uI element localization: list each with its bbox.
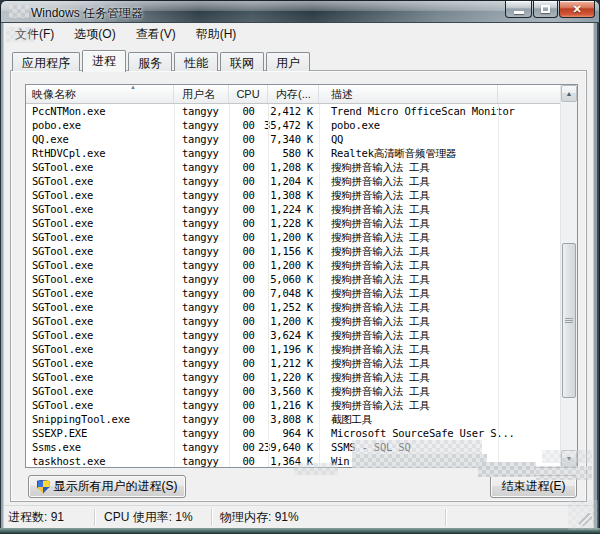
cell-desc: Realtek高清晰音频管理器: [319, 146, 560, 160]
table-row[interactable]: SGTool.exetangyy001,200 K搜狗拼音输入法 工具: [26, 258, 560, 272]
tab-users[interactable]: 用户: [266, 52, 310, 71]
cell-mem: 3,560 K: [268, 384, 319, 398]
scroll-up-button[interactable]: ▲: [561, 85, 577, 102]
censor-mosaic: [6, 27, 34, 42]
cell-user: tangyy: [174, 216, 229, 230]
table-row[interactable]: SGTool.exetangyy001,224 K搜狗拼音输入法 工具: [26, 202, 560, 216]
table-row[interactable]: pobo.exetangyy0035,472 Kpobo.exe: [26, 118, 560, 132]
column-gridline: [498, 104, 499, 467]
table-row[interactable]: SGTool.exetangyy003,560 K搜狗拼音输入法 工具: [26, 384, 560, 398]
tabstrip: 应用程序 进程 服务 性能 联网 用户: [12, 49, 312, 71]
cell-user: tangyy: [174, 160, 229, 174]
cell-cpu: 00: [229, 286, 268, 300]
table-row[interactable]: SnippingTool.exetangyy003,808 K截图工具: [26, 412, 560, 426]
cell-desc: 搜狗拼音输入法 工具: [319, 174, 560, 188]
cell-user: tangyy: [174, 342, 229, 356]
maximize-icon: [541, 5, 550, 13]
cell-name: SGTool.exe: [26, 300, 174, 314]
minimize-button[interactable]: [505, 1, 532, 18]
cell-desc: 截图工具: [319, 412, 560, 426]
cell-name: SGTool.exe: [26, 286, 174, 300]
sort-asc-icon: ▲: [130, 85, 136, 90]
table-row[interactable]: SGTool.exetangyy003,624 K搜狗拼音输入法 工具: [26, 328, 560, 342]
table-row[interactable]: SSEXP.EXEtangyy00964 KMicrosoft SourceSa…: [26, 426, 560, 440]
uac-shield-icon: [37, 480, 50, 494]
table-row[interactable]: SGTool.exetangyy007,048 K搜狗拼音输入法 工具: [26, 286, 560, 300]
cell-user: tangyy: [174, 426, 229, 440]
tab-applications[interactable]: 应用程序: [12, 52, 80, 71]
table-row[interactable]: SGTool.exetangyy001,204 K搜狗拼音输入法 工具: [26, 174, 560, 188]
censor-mosaic: [542, 450, 592, 463]
cell-cpu: 00: [229, 258, 268, 272]
table-row[interactable]: SGTool.exetangyy001,228 K搜狗拼音输入法 工具: [26, 216, 560, 230]
cell-cpu: 00: [229, 216, 268, 230]
column-header-description[interactable]: 描述: [319, 85, 498, 103]
menu-options[interactable]: 选项(O): [67, 24, 122, 45]
column-header-memory[interactable]: 内存(...: [268, 85, 319, 103]
cell-desc: Microsoft SourceSafe User S...: [319, 426, 560, 440]
menu-help[interactable]: 帮助(H): [189, 24, 244, 45]
cell-user: tangyy: [174, 132, 229, 146]
cell-user: tangyy: [174, 440, 229, 454]
maximize-button[interactable]: [533, 1, 558, 18]
cell-cpu: 00: [229, 174, 268, 188]
table-row[interactable]: SGTool.exetangyy005,060 K搜狗拼音输入法 工具: [26, 272, 560, 286]
table-row[interactable]: SGTool.exetangyy001,196 K搜狗拼音输入法 工具: [26, 342, 560, 356]
column-header-user[interactable]: 用户名: [174, 85, 229, 103]
cell-desc: 搜狗拼音输入法 工具: [319, 384, 560, 398]
cell-mem: 7,340 K: [268, 132, 319, 146]
cell-cpu: 00: [229, 300, 268, 314]
cell-cpu: 00: [229, 272, 268, 286]
table-row[interactable]: PccNTMon.exetangyy002,412 KTrend Micro O…: [26, 104, 560, 118]
cell-cpu: 00: [229, 398, 268, 412]
table-row[interactable]: RtHDVCpl.exetangyy00580 KRealtek高清晰音频管理器: [26, 146, 560, 160]
cell-name: SGTool.exe: [26, 202, 174, 216]
cell-name: SGTool.exe: [26, 216, 174, 230]
cell-desc: Trend Micro OfficeScan Monitor: [319, 104, 560, 118]
cell-user: tangyy: [174, 370, 229, 384]
table-row[interactable]: SGTool.exetangyy001,156 K搜狗拼音输入法 工具: [26, 244, 560, 258]
column-header-cpu[interactable]: CPU: [229, 85, 268, 103]
cell-user: tangyy: [174, 202, 229, 216]
show-all-processes-button[interactable]: 显示所有用户的进程(S): [28, 475, 186, 498]
column-header-image-name[interactable]: 映像名称 ▲: [26, 85, 174, 103]
cell-mem: 2,412 K: [268, 104, 319, 118]
table-row[interactable]: SGTool.exetangyy001,208 K搜狗拼音输入法 工具: [26, 160, 560, 174]
cell-cpu: 00: [229, 454, 268, 467]
tab-networking[interactable]: 联网: [220, 52, 264, 71]
vertical-scrollbar[interactable]: ▲ ▼: [560, 85, 577, 467]
table-row[interactable]: SGTool.exetangyy001,252 K搜狗拼音输入法 工具: [26, 300, 560, 314]
tab-services[interactable]: 服务: [128, 52, 172, 71]
process-rows: PccNTMon.exetangyy002,412 KTrend Micro O…: [26, 104, 560, 467]
cell-desc: 搜狗拼音输入法 工具: [319, 370, 560, 384]
cell-user: tangyy: [174, 328, 229, 342]
cell-mem: 1,156 K: [268, 244, 319, 258]
cell-name: SGTool.exe: [26, 174, 174, 188]
close-button[interactable]: ✕: [559, 1, 595, 18]
table-row[interactable]: SGTool.exetangyy001,220 K搜狗拼音输入法 工具: [26, 370, 560, 384]
cell-mem: 1,216 K: [268, 398, 319, 412]
window-frame-bottom: [0, 528, 600, 534]
menu-view[interactable]: 查看(V): [129, 24, 183, 45]
table-row[interactable]: SGTool.exetangyy001,200 K搜狗拼音输入法 工具: [26, 230, 560, 244]
table-row[interactable]: SGTool.exetangyy001,216 K搜狗拼音输入法 工具: [26, 398, 560, 412]
titlebar[interactable]: Windows 任务管理器 ✕: [0, 0, 600, 23]
cell-name: RtHDVCpl.exe: [26, 146, 174, 160]
tab-processes[interactable]: 进程: [82, 50, 126, 72]
scrollbar-thumb[interactable]: [562, 243, 576, 398]
tab-performance[interactable]: 性能: [174, 52, 218, 71]
censor-mosaic: [294, 463, 338, 475]
cell-desc: pobo.exe: [319, 118, 560, 132]
column-header-label: 描述: [331, 87, 353, 102]
cell-mem: 1,228 K: [268, 216, 319, 230]
table-row[interactable]: SGTool.exetangyy001,212 K搜狗拼音输入法 工具: [26, 356, 560, 370]
cell-desc: 搜狗拼音输入法 工具: [319, 202, 560, 216]
cell-cpu: 00: [229, 132, 268, 146]
cell-mem: 35,472 K: [268, 118, 319, 132]
cell-user: tangyy: [174, 244, 229, 258]
cell-name: SGTool.exe: [26, 314, 174, 328]
column-gridline: [268, 104, 269, 467]
table-row[interactable]: QQ.exetangyy007,340 KQQ: [26, 132, 560, 146]
table-row[interactable]: SGTool.exetangyy001,200 K搜狗拼音输入法 工具: [26, 314, 560, 328]
table-row[interactable]: SGTool.exetangyy001,308 K搜狗拼音输入法 工具: [26, 188, 560, 202]
